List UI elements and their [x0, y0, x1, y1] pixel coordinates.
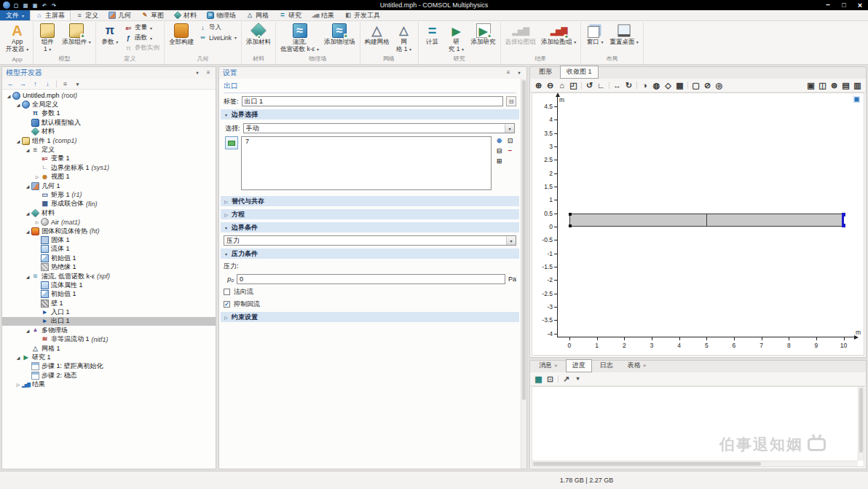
tree-item[interactable]: 初始值 1 [2, 254, 216, 262]
build-all-button[interactable]: 全部构建 [167, 22, 196, 46]
expander-closed-icon[interactable]: ▷ [33, 174, 41, 179]
expander-open-icon[interactable]: ◢ [24, 211, 31, 216]
label-options-icon[interactable]: ⊟ [506, 96, 516, 106]
reset-desktop-button[interactable]: 重置桌面 ▾ [607, 22, 641, 46]
tab-messages[interactable]: 消息× [532, 359, 564, 372]
maximize-button[interactable]: □ [836, 0, 852, 10]
scrollbar-thumb[interactable] [522, 80, 526, 400]
section-header-equation[interactable]: ▷ 方程 [221, 209, 519, 219]
tree-item[interactable]: 热绝缘 1 [2, 262, 216, 271]
tree-item[interactable]: ◢≡定义 [2, 145, 216, 154]
tree-item[interactable]: ◢Untitled.mph(root) [2, 91, 216, 100]
tree-item[interactable]: ▸出口 1 [2, 317, 216, 326]
screenshot-button[interactable]: ▣ [805, 80, 816, 90]
tab-log[interactable]: 日志 [593, 359, 620, 372]
expander-open-icon[interactable]: ◢ [15, 355, 22, 360]
tree-item[interactable]: 壁 1 [2, 299, 216, 308]
scene-light-button[interactable]: ◑ [639, 80, 650, 90]
expander-closed-icon[interactable]: ▷ [33, 219, 41, 224]
rotate-button[interactable]: ↻ [623, 80, 634, 90]
tree-item[interactable]: ▭矩形 1(r1) [2, 190, 216, 199]
tab-progress[interactable]: 进度 [566, 359, 592, 372]
float-button[interactable]: ↗ [561, 374, 572, 384]
livelink-button[interactable]: ∞LiveLink▾ [197, 34, 239, 42]
settings-scrollbar[interactable] [521, 79, 526, 469]
graphics-info-icon[interactable] [853, 96, 860, 103]
zoom-selection-button[interactable]: ⊞ [494, 157, 504, 165]
pan-button[interactable]: ↔ [612, 80, 623, 90]
normal-flow-checkbox[interactable] [224, 289, 230, 295]
axis-button[interactable]: ∟ [596, 80, 607, 90]
minimize-button[interactable]: – [820, 0, 836, 10]
section-header-boundary-selection[interactable]: ▾ 边界选择 [221, 109, 519, 120]
scrollbar-thumb[interactable] [859, 388, 863, 453]
tab-table[interactable]: 表格× [621, 359, 653, 372]
parameters-button[interactable]: π参数 ▾ [98, 22, 122, 46]
study-1-button[interactable]: ▶研究 1 ▾ [445, 22, 468, 53]
tab-results[interactable]: ▂▅▇结果 [307, 10, 339, 20]
add-physics-button[interactable]: ≈+添加物理场 [322, 22, 358, 46]
windows-button[interactable]: 窗口 ▾ [583, 22, 607, 46]
p0-input[interactable] [237, 274, 505, 284]
close-icon[interactable]: × [643, 362, 647, 369]
collapse-all-button[interactable]: ≡ [60, 79, 71, 89]
zoom-box-button[interactable]: ◰ [568, 80, 579, 90]
tree-item[interactable]: ◢材料 [2, 208, 216, 217]
tab-study[interactable]: =研究 [274, 10, 307, 20]
tree-item[interactable]: ▦形成联合体(fin) [2, 200, 216, 208]
selected-boundary-item[interactable]: 7 [242, 137, 491, 146]
move-up-button[interactable]: ↑ [30, 79, 41, 89]
section-header-constraint[interactable]: ▷ 约束设置 [221, 312, 519, 322]
parameter-case-button[interactable]: π参数实例 [122, 44, 162, 52]
tree-item[interactable]: 初始值 1 [2, 290, 216, 299]
file-menu-button[interactable]: 文件 ▾ [0, 10, 30, 20]
camera-button[interactable]: ▤ [840, 80, 851, 90]
dropdown-button[interactable]: ▾ [572, 374, 583, 384]
add-plot-group-button[interactable]: ▂▅▇+添加绘图组 ▾ [539, 22, 578, 46]
expander-open-icon[interactable]: ◢ [24, 184, 31, 189]
functions-button[interactable]: ƒ函数▾ [122, 34, 162, 42]
tree-item[interactable]: a=变量 1 [2, 154, 216, 163]
tree-item[interactable]: ◢≈湍流, 低雷诺数 k-ε(spf) [2, 272, 216, 281]
tree-item[interactable]: 步骤 2: 稳态 [2, 371, 216, 380]
wireframe-button[interactable]: ◇ [663, 80, 674, 90]
tab-mesh[interactable]: △网格 [241, 10, 274, 20]
tree-item[interactable]: ▷Air(mat1) [2, 217, 216, 226]
expander-closed-icon[interactable]: ▷ [15, 382, 22, 387]
suppress-backflow-checkbox-row[interactable]: ✓ 抑制回流 [224, 300, 516, 309]
remove-selection-button[interactable]: − [505, 146, 515, 155]
section-header-pressure-conditions[interactable]: ▾ 压力条件 [221, 249, 519, 259]
close-button[interactable]: × [852, 0, 868, 10]
mesh-view-button[interactable]: ▦ [674, 80, 685, 90]
zoom-extents-button[interactable]: ⌂ [556, 80, 567, 90]
expander-open-icon[interactable]: ◢ [15, 102, 22, 107]
tree-item[interactable]: 流体属性 1 [2, 281, 216, 289]
tree-item[interactable]: ◢全局定义 [2, 100, 216, 109]
tree-item[interactable]: ◢▲多物理场 [2, 326, 216, 335]
transparency-button[interactable]: ◍ [651, 80, 662, 90]
copy-button[interactable]: ⊡ [545, 374, 556, 384]
normal-flow-checkbox-row[interactable]: 法向流 [224, 287, 516, 297]
expander-open-icon[interactable]: ◢ [24, 328, 31, 333]
compute-button[interactable]: =计算 [421, 22, 444, 46]
physics-interface-button[interactable]: ≈湍流,低雷诺数 k-ε ▾ [278, 22, 321, 53]
section-header-override[interactable]: ▷ 替代与共存 [221, 196, 519, 206]
gear-button[interactable]: ⊛ [829, 80, 840, 90]
select-box-button[interactable]: ▢ [690, 80, 701, 90]
suppress-backflow-checkbox[interactable]: ✓ [224, 301, 230, 308]
label-input[interactable] [242, 96, 503, 106]
add-component-button[interactable]: +添加组件 ▾ [60, 22, 93, 46]
back-button[interactable]: ← [5, 79, 16, 89]
variables-button[interactable]: a=变量▾ [122, 23, 162, 32]
expander-open-icon[interactable]: ◢ [15, 138, 22, 144]
import-button[interactable]: ↓导入 [197, 23, 239, 32]
expander-open-icon[interactable]: ◢ [24, 274, 31, 279]
section-header-boundary-condition[interactable]: ▾ 边界条件 [221, 222, 519, 232]
geometry-rectangle[interactable] [569, 214, 844, 227]
close-icon[interactable]: × [554, 362, 558, 369]
tab-materials[interactable]: 材料 [169, 10, 202, 20]
default-view-button[interactable]: ↺ [584, 80, 595, 90]
expander-open-icon[interactable]: ◢ [5, 93, 12, 98]
tab-graphics[interactable]: 图形 [532, 66, 559, 79]
tree-item[interactable]: ∟边界坐标系 1(sys1) [2, 163, 216, 172]
